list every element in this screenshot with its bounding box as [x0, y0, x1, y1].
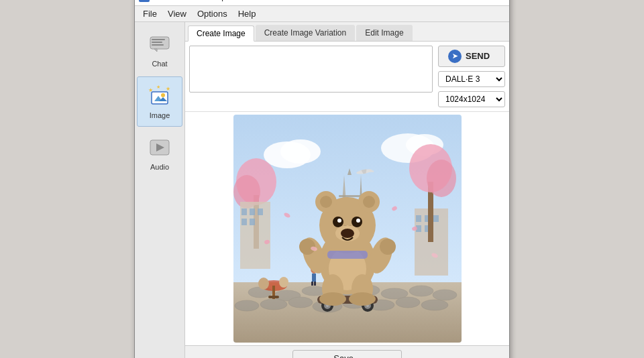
app-window: V VOVSOFT - AI Requester — □ ✕ File View…: [134, 0, 510, 358]
sidebar: Chat ★ ★ ★ ★: [135, 22, 185, 359]
sidebar-chat-label: Chat: [152, 60, 167, 68]
svg-point-94: [337, 219, 341, 223]
svg-point-98: [341, 229, 354, 238]
sidebar-image-label: Image: [150, 111, 170, 119]
svg-point-105: [319, 292, 346, 306]
svg-point-89: [320, 196, 332, 208]
svg-rect-34: [241, 208, 247, 215]
svg-point-57: [235, 300, 259, 311]
svg-rect-1: [152, 39, 165, 40]
svg-text:★: ★: [166, 86, 170, 92]
sidebar-audio-label: Audio: [150, 163, 169, 171]
svg-rect-35: [250, 208, 255, 215]
audio-icon: [146, 135, 173, 162]
sidebar-item-chat[interactable]: Chat: [137, 25, 182, 75]
prompt-input[interactable]: [189, 46, 433, 93]
menu-bar: File View Options Help: [135, 6, 509, 22]
tab-create-variation[interactable]: Create Image Variation: [256, 25, 356, 41]
window-title: VOVSOFT - AI Requester: [154, 0, 458, 1]
svg-point-95: [356, 219, 360, 223]
title-bar: V VOVSOFT - AI Requester — □ ✕: [135, 0, 509, 6]
svg-point-63: [396, 297, 420, 308]
svg-point-47: [427, 160, 456, 197]
svg-text:★: ★: [156, 84, 160, 89]
svg-point-91: [363, 196, 375, 208]
svg-point-106: [349, 292, 376, 306]
send-button[interactable]: ➤ SEND: [438, 46, 505, 67]
image-display-area: [185, 112, 509, 345]
svg-rect-75: [268, 296, 279, 298]
close-button[interactable]: ✕: [490, 0, 505, 3]
tab-bar: Create Image Create Image Variation Edit…: [185, 22, 509, 42]
generated-image: [233, 115, 462, 343]
menu-file[interactable]: File: [138, 7, 162, 20]
sidebar-item-image[interactable]: ★ ★ ★ ★ Image: [137, 76, 182, 127]
maximize-button[interactable]: □: [474, 0, 489, 3]
right-panel: Create Image Create Image Variation Edit…: [185, 22, 509, 359]
main-content: Chat ★ ★ ★ ★: [135, 22, 509, 359]
minimize-button[interactable]: —: [458, 0, 473, 3]
menu-help[interactable]: Help: [233, 7, 262, 20]
sidebar-item-audio[interactable]: Audio: [137, 128, 182, 178]
chat-icon: [146, 32, 173, 58]
save-button[interactable]: Save...: [292, 350, 401, 359]
prompt-controls: ➤ SEND DALL·E 3 DALL·E 2 1024x1024 512x5…: [438, 46, 505, 107]
svg-rect-40: [416, 215, 421, 222]
menu-view[interactable]: View: [162, 7, 192, 20]
svg-marker-4: [154, 49, 157, 52]
svg-rect-107: [327, 251, 368, 259]
save-bar: Save...: [185, 345, 509, 359]
svg-rect-36: [258, 208, 263, 215]
svg-point-56: [433, 290, 457, 300]
svg-rect-42: [433, 215, 439, 222]
svg-rect-2: [152, 42, 162, 43]
svg-point-64: [421, 300, 448, 310]
svg-rect-66: [312, 274, 316, 282]
svg-rect-68: [314, 282, 316, 286]
app-icon: V: [139, 0, 150, 2]
svg-point-77: [279, 277, 288, 288]
title-bar-buttons: — □ ✕: [458, 0, 505, 3]
image-icon: ★ ★ ★ ★: [146, 83, 173, 110]
prompt-section: ➤ SEND DALL·E 3 DALL·E 2 1024x1024 512x5…: [185, 42, 509, 112]
tab-edit-image[interactable]: Edit Image: [356, 25, 412, 41]
tab-create-image[interactable]: Create Image: [188, 25, 254, 42]
size-select[interactable]: 1024x1024 512x512 256x256: [438, 91, 505, 107]
send-icon: ➤: [448, 50, 462, 63]
svg-rect-3: [152, 44, 164, 46]
menu-options[interactable]: Options: [192, 7, 233, 20]
svg-point-102: [380, 239, 396, 255]
svg-point-55: [409, 286, 433, 296]
svg-point-17: [280, 139, 321, 164]
svg-point-59: [288, 297, 313, 308]
svg-point-76: [258, 278, 269, 290]
svg-rect-38: [250, 219, 255, 225]
svg-point-12: [161, 93, 165, 97]
svg-rect-37: [241, 219, 247, 225]
model-select[interactable]: DALL·E 3 DALL·E 2: [438, 71, 505, 87]
svg-point-58: [260, 299, 287, 310]
svg-rect-67: [311, 282, 313, 286]
